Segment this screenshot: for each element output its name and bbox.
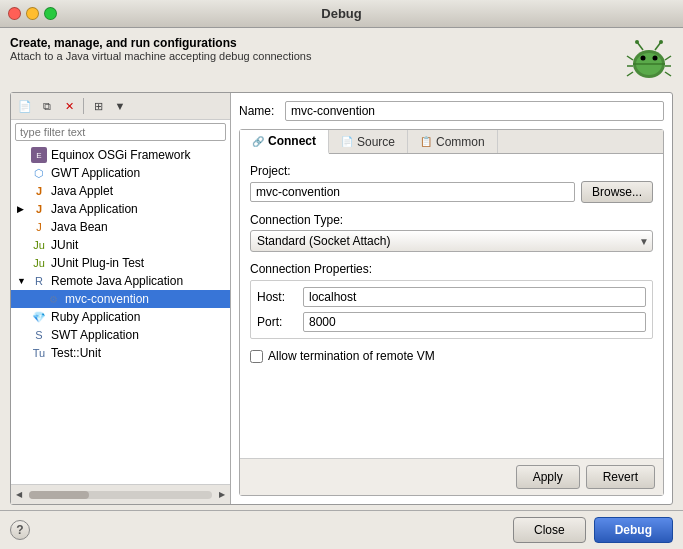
sidebar-item-label: JUnit Plug-in Test: [51, 256, 144, 270]
sidebar-item-label: GWT Application: [51, 166, 140, 180]
svg-point-8: [659, 40, 663, 44]
project-field: Project: Browse...: [250, 164, 653, 203]
delete-config-button[interactable]: ✕: [59, 96, 79, 116]
tab-common[interactable]: 📋 Common: [408, 130, 498, 153]
sidebar-item-label: Ruby Application: [51, 310, 140, 324]
tab-common-label: Common: [436, 135, 485, 149]
scroll-thumb[interactable]: [29, 491, 89, 499]
name-label: Name:: [239, 104, 279, 118]
sidebar-item-equinox[interactable]: E Equinox OSGi Framework: [11, 146, 230, 164]
common-tab-icon: 📋: [420, 136, 432, 147]
duplicate-icon: ⧉: [43, 100, 51, 113]
sidebar-item-label: Java Applet: [51, 184, 113, 198]
svg-point-7: [635, 40, 639, 44]
sidebar-item-label: mvc-convention: [65, 292, 149, 306]
sidebar-item-java-bean[interactable]: J Java Bean: [11, 218, 230, 236]
project-input[interactable]: [250, 182, 575, 202]
duplicate-config-button[interactable]: ⧉: [37, 96, 57, 116]
bottom-buttons: Close Debug: [513, 517, 673, 543]
tabs-header: 🔗 Connect 📄 Source 📋 Common: [240, 130, 663, 154]
name-row: Name:: [239, 101, 664, 121]
sidebar-item-test-unit[interactable]: Tu Test::Unit: [11, 344, 230, 362]
port-input[interactable]: [303, 312, 646, 332]
sidebar-list: E Equinox OSGi Framework ⬡ GWT Applicati…: [11, 144, 230, 484]
sidebar-item-mvc-convention[interactable]: ⚙ mvc-convention: [11, 290, 230, 308]
sidebar: 📄 ⧉ ✕ ⊞ ▼: [11, 93, 231, 504]
sidebar-item-label: Java Bean: [51, 220, 108, 234]
tab-source[interactable]: 📄 Source: [329, 130, 408, 153]
connection-type-field: Connection Type: Standard (Socket Attach…: [250, 213, 653, 252]
scroll-left-arrow[interactable]: ◀: [13, 489, 25, 501]
connection-props-label: Connection Properties:: [250, 262, 653, 276]
sidebar-item-label: SWT Application: [51, 328, 139, 342]
sidebar-item-junit-plugin[interactable]: Ju JUnit Plug-in Test: [11, 254, 230, 272]
svg-line-11: [627, 72, 633, 76]
filter-button[interactable]: ⊞: [88, 96, 108, 116]
equinox-icon: E: [31, 147, 47, 163]
sidebar-scroll: ◀ ▶: [11, 484, 230, 504]
allow-termination-label: Allow termination of remote VM: [268, 349, 435, 363]
svg-point-2: [641, 56, 646, 61]
svg-line-9: [627, 56, 633, 60]
mvc-icon: ⚙: [45, 291, 61, 307]
help-button[interactable]: ?: [10, 520, 30, 540]
titlebar: Debug: [0, 0, 683, 28]
header-text: Create, manage, and run configurations A…: [10, 36, 311, 62]
tabs-container: 🔗 Connect 📄 Source 📋 Common P: [239, 129, 664, 496]
tab-connect[interactable]: 🔗 Connect: [240, 130, 329, 154]
revert-button[interactable]: Revert: [586, 465, 655, 489]
delete-icon: ✕: [65, 100, 74, 113]
new-config-button[interactable]: 📄: [15, 96, 35, 116]
test-icon: Tu: [31, 345, 47, 361]
maximize-window-button[interactable]: [44, 7, 57, 20]
host-input[interactable]: [303, 287, 646, 307]
sidebar-item-remote-java[interactable]: ▼ R Remote Java Application: [11, 272, 230, 290]
applet-icon: J: [31, 183, 47, 199]
header-sub: Attach to a Java virtual machine accepti…: [10, 50, 311, 62]
sidebar-item-ruby[interactable]: 💎 Ruby Application: [11, 308, 230, 326]
junit-plugin-icon: Ju: [31, 255, 47, 271]
swt-icon: S: [31, 327, 47, 343]
separator: [83, 98, 84, 114]
browse-button[interactable]: Browse...: [581, 181, 653, 203]
svg-line-14: [665, 72, 671, 76]
project-row: Browse...: [250, 181, 653, 203]
gwt-icon: ⬡: [31, 165, 47, 181]
sidebar-item-label: Test::Unit: [51, 346, 101, 360]
sidebar-item-swt[interactable]: S SWT Application: [11, 326, 230, 344]
connection-type-label: Connection Type:: [250, 213, 653, 227]
scroll-right-arrow[interactable]: ▶: [216, 489, 228, 501]
tab-content-connect: Project: Browse... Connection Type:: [240, 154, 663, 458]
host-row: Host:: [257, 287, 646, 307]
apply-button[interactable]: Apply: [516, 465, 580, 489]
filter-input[interactable]: [15, 123, 226, 141]
name-input[interactable]: [285, 101, 664, 121]
sidebar-item-label: Equinox OSGi Framework: [51, 148, 190, 162]
sidebar-item-java-applet[interactable]: J Java Applet: [11, 182, 230, 200]
sidebar-item-gwt[interactable]: ⬡ GWT Application: [11, 164, 230, 182]
sidebar-item-junit[interactable]: Ju JUnit: [11, 236, 230, 254]
close-button[interactable]: Close: [513, 517, 586, 543]
port-label: Port:: [257, 315, 297, 329]
minimize-window-button[interactable]: [26, 7, 39, 20]
more-button[interactable]: ▼: [110, 96, 130, 116]
junit-icon: Ju: [31, 237, 47, 253]
bean-icon: J: [31, 219, 47, 235]
allow-termination-checkbox[interactable]: [250, 350, 263, 363]
connection-type-select-wrapper: Standard (Socket Attach) Standard (Socke…: [250, 230, 653, 252]
tab-source-label: Source: [357, 135, 395, 149]
debug-button[interactable]: Debug: [594, 517, 673, 543]
java-icon: J: [31, 201, 47, 217]
expand-arrow: ▼: [17, 276, 27, 286]
right-panel: Name: 🔗 Connect 📄 Source 📋 Com: [231, 93, 672, 504]
sidebar-toolbar: 📄 ⧉ ✕ ⊞ ▼: [11, 93, 230, 120]
header-bold: Create, manage, and run configurations: [10, 36, 311, 50]
sidebar-item-java-application[interactable]: ▶ J Java Application: [11, 200, 230, 218]
scroll-track: [29, 491, 212, 499]
titlebar-buttons: [8, 7, 57, 20]
close-window-button[interactable]: [8, 7, 21, 20]
bottom-bar: ? Close Debug: [0, 510, 683, 549]
allow-termination-row: Allow termination of remote VM: [250, 349, 653, 363]
filter-icon: ⊞: [94, 100, 103, 113]
connection-type-select[interactable]: Standard (Socket Attach) Standard (Socke…: [250, 230, 653, 252]
